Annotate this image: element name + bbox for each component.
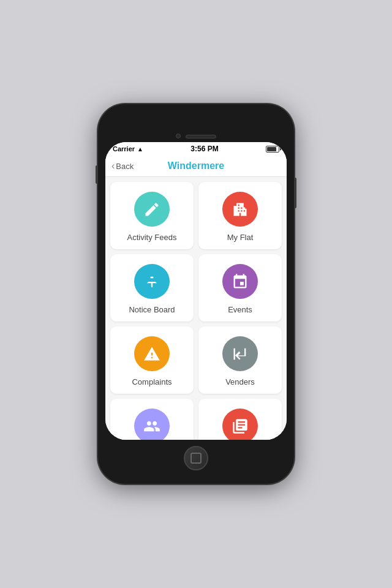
wifi-icon: ▲ [137,146,143,153]
calendar-icon [232,273,249,290]
status-right [266,146,279,153]
status-time: 3:56 PM [190,145,218,153]
my-flat-label: My Flat [227,233,254,242]
complaints-icon-circle [134,336,170,371]
activity-feeds-label: Activity Feeds [127,233,177,242]
grid-item-community[interactable]: Community [110,399,194,440]
building-icon [232,201,249,218]
handshake-icon [232,345,249,363]
grid-item-documents[interactable]: Documents [198,399,282,440]
cards-icon [232,418,249,435]
battery-fill [267,147,276,151]
phone-frame: Carrier ▲ 3:56 PM ‹ Back Windermere [98,104,294,484]
camera [176,134,181,138]
my-flat-icon-circle [222,192,258,227]
documents-icon-circle [222,409,258,440]
battery-icon [266,146,279,153]
status-bar: Carrier ▲ 3:56 PM [105,142,287,156]
phone-top [176,111,216,142]
grid-item-complaints[interactable]: Complaints [110,326,194,394]
carrier-label: Carrier [113,145,135,153]
nav-title: Windermere [168,160,224,172]
notice-board-label: Notice Board [129,305,175,314]
back-chevron-icon: ‹ [111,160,115,172]
activity-feeds-icon-circle [134,192,170,227]
home-button-inner [190,453,202,464]
community-icon-circle [134,409,170,440]
grid-item-events[interactable]: Events [198,254,282,322]
events-icon-circle [222,264,258,299]
nav-bar: ‹ Back Windermere [105,156,287,177]
phone-bottom [184,440,208,477]
back-button[interactable]: ‹ Back [111,160,134,172]
screen: Carrier ▲ 3:56 PM ‹ Back Windermere [105,142,287,440]
grid-item-notice-board[interactable]: Notice Board [110,254,194,322]
grid-item-venders[interactable]: Venders [198,326,282,394]
screen-wrapper: Carrier ▲ 3:56 PM ‹ Back Windermere [105,142,287,440]
grid-item-my-flat[interactable]: My Flat [198,182,282,249]
venders-icon-circle [222,336,258,371]
speaker [186,135,216,138]
menu-grid: Activity Feeds My Flat [105,177,287,440]
venders-label: Venders [225,377,255,386]
home-button[interactable] [184,446,208,470]
back-label: Back [116,162,134,171]
warning-icon [143,345,160,363]
people-icon [143,418,160,435]
pen-icon [143,201,160,218]
status-left: Carrier ▲ [113,145,143,153]
notice-board-icon-circle [134,264,170,299]
grid-item-activity-feeds[interactable]: Activity Feeds [110,182,194,249]
complaints-label: Complaints [132,377,172,386]
events-label: Events [228,305,252,314]
pin-icon [143,273,160,290]
